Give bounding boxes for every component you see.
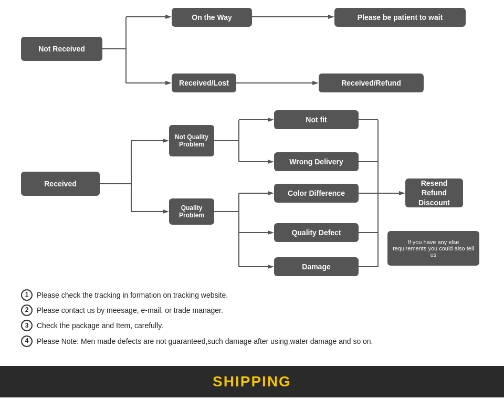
- note-item-4: 4 Please Note: Men made defects are not …: [21, 335, 483, 348]
- note-item-2: 2 Please contact us by meesage, e-mail, …: [21, 304, 483, 317]
- svg-marker-8: [165, 81, 172, 85]
- note-number-1: 1: [21, 289, 33, 301]
- svg-marker-24: [268, 160, 274, 164]
- note-text-1: Please check the tracking in formation o…: [37, 289, 483, 302]
- received-box: Received: [21, 172, 100, 196]
- svg-marker-10: [312, 81, 319, 85]
- not-quality-problem-box: Not Quality Problem: [169, 125, 214, 156]
- note-text-3: Check the package and Item, carefully.: [37, 319, 483, 332]
- note-number-2: 2: [21, 304, 33, 316]
- notes-section: 1 Please check the tracking in formation…: [21, 289, 483, 348]
- on-the-way-box: On the Way: [172, 8, 252, 27]
- note-number-4: 4: [21, 335, 33, 347]
- damage-box: Damage: [274, 257, 359, 276]
- please-wait-box: Please be patient to wait: [334, 8, 466, 27]
- svg-marker-42: [399, 191, 405, 195]
- svg-marker-14: [163, 139, 169, 143]
- note-text-2: Please contact us by meesage, e-mail, or…: [37, 304, 483, 317]
- quality-problem-box: Quality Problem: [169, 198, 214, 225]
- note-text-4: Please Note: Men made defects are not gu…: [37, 335, 483, 348]
- note-number-3: 3: [21, 320, 33, 331]
- not-received-box: Not Received: [21, 37, 102, 61]
- svg-marker-21: [268, 118, 274, 122]
- svg-marker-5: [328, 15, 334, 19]
- received-lost-box: Received/Lost: [172, 74, 236, 92]
- main-content: Not Received On the Way Please be patien…: [0, 0, 504, 361]
- svg-marker-3: [165, 15, 172, 19]
- flowchart: Not Received On the Way Please be patien…: [10, 5, 494, 284]
- bottom-banner: SHIPPING: [0, 366, 504, 397]
- svg-marker-31: [268, 230, 274, 235]
- else-requirements-box: If you have any else requirements you co…: [387, 231, 479, 266]
- note-item-1: 1 Please check the tracking in formation…: [21, 289, 483, 302]
- svg-marker-28: [268, 191, 274, 195]
- banner-text: SHIPPING: [213, 373, 291, 390]
- svg-marker-34: [268, 265, 274, 269]
- color-difference-box: Color Difference: [274, 184, 359, 203]
- note-item-3: 3 Check the package and Item, carefully.: [21, 319, 483, 332]
- not-fit-box: Not fit: [274, 110, 359, 129]
- resend-refund-box: Resend Refund Discount: [405, 178, 463, 207]
- svg-marker-17: [163, 209, 169, 214]
- received-refund-box: Received/Refund: [319, 74, 424, 92]
- wrong-delivery-box: Wrong Delivery: [274, 152, 359, 171]
- quality-defect-box: Quality Defect: [274, 223, 359, 242]
